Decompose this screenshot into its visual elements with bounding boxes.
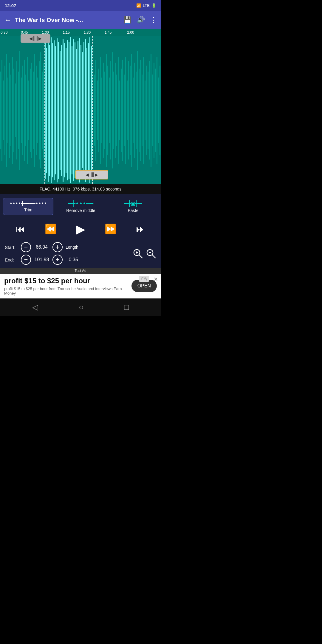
svg-rect-85 — [125, 57, 126, 164]
svg-rect-39 — [57, 38, 58, 182]
svg-rect-69 — [101, 78, 102, 143]
svg-rect-29 — [42, 72, 43, 149]
length-label: Length — [66, 245, 82, 250]
ad-text: profit $15 to $25 per hour profit $15 to… — [4, 277, 128, 295]
svg-rect-104 — [154, 63, 154, 158]
status-icons: 📶 LTE 🔋 — [136, 3, 156, 8]
rewind-button[interactable]: ⏪ — [45, 223, 57, 235]
svg-rect-7 — [9, 63, 10, 158]
ad-close-button[interactable]: ✕ — [154, 276, 158, 283]
handle-left-arrow: ◀ — [29, 36, 32, 41]
svg-rect-10 — [13, 69, 14, 152]
svg-rect-21 — [30, 69, 31, 152]
zoom-in-button[interactable] — [132, 248, 143, 259]
save-button[interactable]: 💾 — [123, 16, 131, 24]
skip-to-start-button[interactable]: ⏮ — [16, 224, 25, 235]
svg-rect-96 — [142, 75, 143, 146]
zoom-out-button[interactable] — [145, 248, 156, 259]
timeline-mark-6: 2:00 — [127, 30, 134, 35]
zoom-in-icon — [132, 248, 143, 259]
svg-rect-38 — [55, 46, 56, 174]
svg-rect-40 — [58, 42, 59, 179]
remove-middle-icon: ━┼•••┼━ — [68, 200, 93, 207]
more-button[interactable]: ⋮ — [150, 16, 157, 24]
ad-container: Test Ad profit $15 to $25 per hour profi… — [0, 268, 161, 298]
svg-rect-17 — [24, 60, 25, 161]
svg-rect-84 — [124, 75, 125, 146]
svg-rect-8 — [10, 75, 11, 146]
right-handle[interactable]: ◀ ▶ — [75, 170, 108, 179]
svg-rect-44 — [64, 43, 65, 177]
start-plus-button[interactable]: + — [52, 242, 63, 252]
volume-button[interactable]: 🔊 — [137, 16, 145, 24]
selection-info: Start: − 66.04 + Length End: − 101.98 + … — [0, 239, 161, 268]
svg-rect-106 — [157, 57, 157, 164]
svg-rect-65 — [95, 60, 96, 161]
svg-rect-27 — [39, 61, 40, 160]
svg-rect-67 — [98, 69, 99, 152]
back-button[interactable]: ← — [4, 16, 11, 24]
trim-button[interactable]: ••••┼━━━┼•••• Trim — [3, 198, 53, 215]
end-plus-button[interactable]: + — [52, 255, 63, 265]
file-info-text: FLAC, 44100 Hz, 976 kbps, 314.03 seconds — [40, 187, 122, 191]
svg-rect-108 — [160, 66, 160, 155]
svg-rect-68 — [100, 57, 101, 164]
end-minus-button[interactable]: − — [21, 255, 31, 265]
waveform-svg — [0, 36, 161, 184]
status-time: 12:07 — [5, 3, 16, 8]
svg-rect-62 — [91, 46, 92, 174]
svg-rect-3 — [3, 80, 4, 140]
svg-rect-23 — [33, 72, 34, 149]
svg-rect-4 — [4, 66, 5, 155]
fast-forward-button[interactable]: ⏩ — [105, 223, 117, 235]
waveform-area[interactable]: 0:30 0:45 1:00 1:15 1:30 1:45 2:00 — [0, 29, 161, 184]
svg-rect-100 — [148, 72, 148, 149]
start-minus-button[interactable]: − — [21, 242, 31, 252]
nav-back-button[interactable]: ◁ — [32, 303, 38, 312]
svg-rect-1 — [0, 72, 1, 149]
trim-icon: ••••┼━━━┼•••• — [10, 201, 47, 206]
svg-rect-58 — [85, 39, 86, 182]
nav-recents-button[interactable]: □ — [124, 303, 129, 312]
svg-rect-12 — [16, 61, 17, 160]
svg-rect-79 — [116, 75, 117, 146]
svg-rect-32 — [46, 48, 47, 173]
timeline-mark-1: 0:45 — [21, 30, 28, 35]
nav-home-button[interactable]: ○ — [79, 303, 83, 312]
svg-rect-89 — [131, 54, 132, 167]
svg-rect-94 — [139, 69, 140, 152]
svg-rect-47 — [69, 42, 69, 179]
svg-rect-82 — [121, 69, 122, 152]
start-value: 66.04 — [33, 244, 51, 250]
svg-rect-55 — [80, 45, 81, 176]
svg-rect-43 — [63, 39, 64, 182]
svg-rect-30 — [43, 63, 44, 158]
svg-rect-14 — [19, 51, 20, 170]
svg-rect-11 — [15, 83, 16, 137]
svg-rect-61 — [89, 37, 90, 183]
skip-to-end-button[interactable]: ⏭ — [136, 224, 145, 235]
svg-rect-87 — [128, 61, 129, 160]
play-button[interactable]: ▶ — [76, 222, 85, 236]
start-row: Start: − 66.04 + Length — [5, 242, 130, 252]
ad-test-label: Test Ad — [0, 268, 161, 274]
svg-rect-28 — [40, 52, 41, 168]
svg-line-117 — [152, 255, 155, 258]
svg-rect-95 — [140, 60, 141, 161]
svg-rect-53 — [78, 41, 78, 179]
svg-rect-54 — [79, 38, 80, 182]
svg-rect-46 — [67, 40, 68, 180]
svg-rect-24 — [34, 54, 35, 167]
svg-rect-15 — [21, 78, 22, 143]
svg-rect-78 — [115, 63, 116, 158]
paste-button[interactable]: ━┼▣┼━ Paste — [108, 197, 158, 215]
svg-rect-103 — [152, 75, 153, 146]
svg-line-114 — [139, 255, 142, 258]
svg-rect-91 — [134, 63, 135, 158]
svg-rect-72 — [106, 54, 107, 167]
svg-rect-22 — [31, 63, 32, 158]
svg-rect-45 — [66, 48, 66, 173]
remove-middle-button[interactable]: ━┼•••┼━ Remove middle — [56, 197, 106, 215]
left-handle[interactable]: ◀ ▶ — [21, 34, 50, 43]
svg-rect-60 — [88, 43, 89, 177]
